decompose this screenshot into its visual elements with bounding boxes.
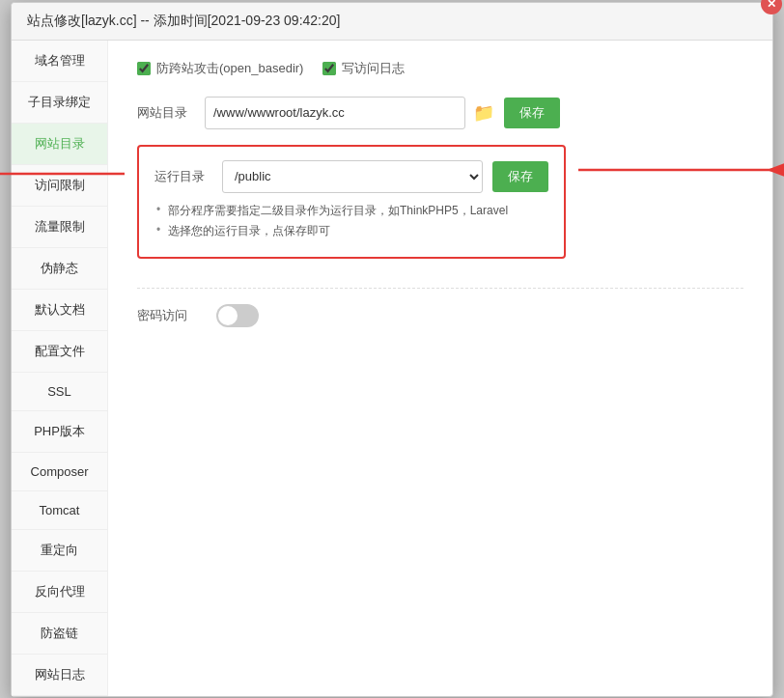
divider xyxy=(137,288,743,289)
sidebar-item-php[interactable]: PHP版本 xyxy=(12,411,107,453)
hint-item-2: 选择您的运行目录，点保存即可 xyxy=(154,223,548,239)
run-dir-select[interactable]: /public / /app /src xyxy=(222,160,483,193)
hint-list: 部分程序需要指定二级目录作为运行目录，如ThinkPHP5，Laravel 选择… xyxy=(154,203,548,239)
site-dir-input[interactable] xyxy=(205,97,465,129)
hint-item-1: 部分程序需要指定二级目录作为运行目录，如ThinkPHP5，Laravel xyxy=(154,203,548,219)
dialog-header: 站点修改[lazyk.cc] -- 添加时间[2021-09-23 09:42:… xyxy=(12,3,772,41)
sidebar: 域名管理 子目录绑定 网站目录 访问限制 流量限制 伪静态 默认文档 配置文件 … xyxy=(12,41,108,696)
site-dir-label: 网站目录 xyxy=(137,104,205,122)
folder-icon[interactable]: 📁 xyxy=(473,102,494,124)
main-content: 防跨站攻击(open_basedir) 写访问日志 网站目录 📁 保存 xyxy=(108,41,772,696)
sidebar-item-ssl[interactable]: SSL xyxy=(12,373,107,411)
dialog-body: 域名管理 子目录绑定 网站目录 访问限制 流量限制 伪静态 默认文档 配置文件 … xyxy=(12,41,772,696)
site-dir-row: 网站目录 📁 保存 xyxy=(137,97,743,129)
anti-attack-checkbox[interactable] xyxy=(137,62,151,75)
sidebar-item-reverse-proxy[interactable]: 反向代理 xyxy=(12,572,107,613)
site-dir-save-button[interactable]: 保存 xyxy=(504,98,560,128)
password-toggle[interactable] xyxy=(216,304,259,327)
run-dir-box: 运行目录 /public / /app /src 保存 xyxy=(137,145,566,259)
checkbox-row: 防跨站攻击(open_basedir) 写访问日志 xyxy=(137,60,743,77)
red-arrow-right xyxy=(574,151,776,189)
write-log-checkbox-label[interactable]: 写访问日志 xyxy=(322,60,405,77)
close-button[interactable]: ✕ xyxy=(761,0,782,14)
password-label: 密码访问 xyxy=(137,307,205,324)
write-log-checkbox[interactable] xyxy=(322,62,336,75)
sidebar-item-redirect[interactable]: 重定向 xyxy=(12,530,107,572)
run-dir-save-button[interactable]: 保存 xyxy=(492,161,548,192)
sidebar-item-traffic[interactable]: 流量限制 xyxy=(12,207,107,248)
main-dialog: ✕ 站点修改[lazyk.cc] -- 添加时间[2021-09-23 09:4… xyxy=(11,2,773,697)
anti-attack-checkbox-label[interactable]: 防跨站攻击(open_basedir) xyxy=(137,60,303,77)
sidebar-item-config[interactable]: 配置文件 xyxy=(12,331,107,373)
sidebar-item-hotlink[interactable]: 防盗链 xyxy=(12,613,107,655)
sidebar-item-default-doc[interactable]: 默认文档 xyxy=(12,290,107,331)
sidebar-item-tomcat[interactable]: Tomcat xyxy=(12,491,107,530)
run-dir-label: 运行目录 xyxy=(154,168,222,185)
password-row: 密码访问 xyxy=(137,304,743,327)
sidebar-item-rewrite[interactable]: 伪静态 xyxy=(12,248,107,290)
sidebar-item-subdir[interactable]: 子目录绑定 xyxy=(12,82,107,124)
run-dir-row: 运行目录 /public / /app /src 保存 xyxy=(154,160,548,193)
sidebar-item-domain[interactable]: 域名管理 xyxy=(12,41,107,82)
sidebar-item-composer[interactable]: Composer xyxy=(12,453,107,491)
sidebar-item-log[interactable]: 网站日志 xyxy=(12,655,107,696)
red-arrow-left xyxy=(0,154,129,193)
dialog-title: 站点修改[lazyk.cc] -- 添加时间[2021-09-23 09:42:… xyxy=(27,13,340,30)
